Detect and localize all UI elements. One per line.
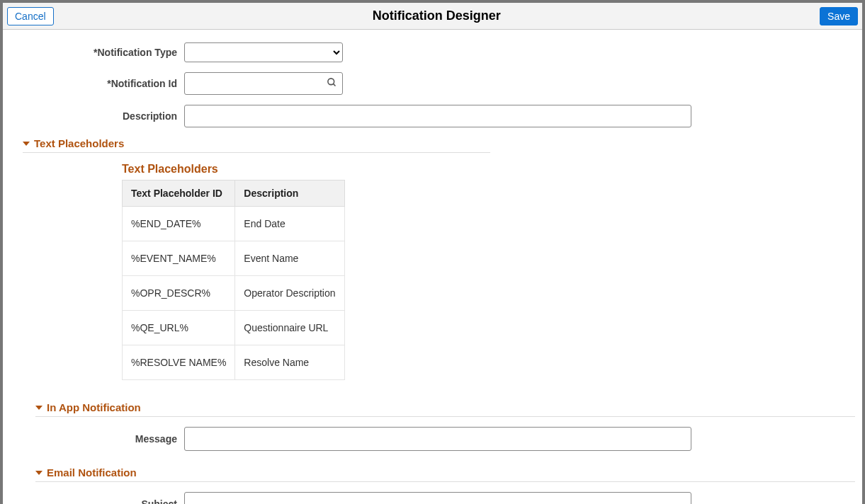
section-email-toggle[interactable]: Email Notification [35,466,842,479]
notification-id-label: *Notification Id [23,78,184,89]
divider [35,481,855,482]
field-message: Message [23,427,842,451]
message-label: Message [23,433,184,445]
text-placeholders-table-title: Text Placeholders [122,163,842,176]
cancel-button[interactable]: Cancel [7,7,54,25]
chevron-down-icon [35,471,43,475]
placeholder-desc-cell: Resolve Name [235,345,344,380]
placeholder-id-cell: %EVENT_NAME% [123,241,235,276]
placeholder-id-cell: %END_DATE% [123,207,235,241]
description-input[interactable] [184,105,691,127]
text-placeholders-table: Text Placeholder ID Description %END_DAT… [122,180,345,380]
col-placeholder-id: Text Placeholder ID [123,181,235,207]
section-in-app-title: In App Notification [47,401,141,413]
message-input[interactable] [184,427,691,451]
field-description: Description [23,105,842,127]
divider [23,152,490,153]
field-notification-type: *Notification Type [23,42,842,62]
table-row: %OPR_DESCR% Operator Description [123,276,345,311]
description-label: Description [23,110,184,122]
divider [35,416,855,417]
table-row: %RESOLVE NAME% Resolve Name [123,345,345,380]
content-scroll[interactable]: *Notification Type *Notification Id Desc… [3,30,862,504]
col-placeholder-desc: Description [235,181,344,207]
notification-type-label: *Notification Type [23,47,184,58]
placeholder-desc-cell: Operator Description [235,276,344,311]
subject-input[interactable] [184,492,691,504]
section-email-title: Email Notification [47,466,137,479]
placeholder-id-cell: %OPR_DESCR% [123,276,235,311]
field-subject: Subject [23,492,842,504]
title-bar: Cancel Notification Designer Save [3,3,862,30]
placeholder-desc-cell: Questionnaire URL [235,311,344,345]
chevron-down-icon [23,142,30,146]
subject-label: Subject [23,498,184,504]
section-in-app-toggle[interactable]: In App Notification [35,401,842,413]
save-button[interactable]: Save [820,7,858,25]
table-row: %QE_URL% Questionnaire URL [123,311,345,345]
notification-id-input[interactable] [184,72,343,95]
placeholder-desc-cell: Event Name [235,241,344,276]
placeholder-desc-cell: End Date [235,207,344,241]
notification-type-select[interactable] [184,42,343,62]
field-notification-id: *Notification Id [23,72,842,95]
placeholder-id-cell: %QE_URL% [123,311,235,345]
section-text-placeholders-toggle[interactable]: Text Placeholders [23,137,842,149]
table-row: %EVENT_NAME% Event Name [123,241,345,276]
table-row: %END_DATE% End Date [123,207,345,241]
placeholder-id-cell: %RESOLVE NAME% [123,345,235,380]
section-text-placeholders-title: Text Placeholders [34,137,124,149]
text-placeholders-block: Text Placeholders Text Placeholder ID De… [122,163,842,380]
page-title: Notification Designer [54,8,820,23]
chevron-down-icon [35,406,43,410]
